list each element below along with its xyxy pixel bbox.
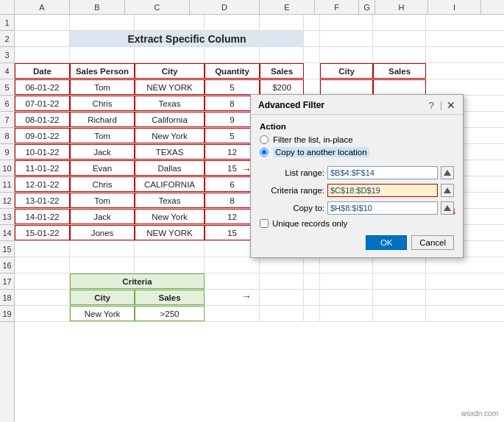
grid-row-16 (15, 257, 504, 273)
unique-records-row: Unique records only (260, 219, 454, 228)
cell-e16 (205, 257, 260, 273)
cell-d5: NEW YORK (135, 79, 205, 95)
row-header-15: 15 (0, 241, 14, 257)
cell-c3 (70, 47, 135, 62)
cell-d10: Dallas (135, 160, 205, 176)
ok-button[interactable]: OK (366, 235, 407, 250)
cell-h19 (320, 306, 373, 321)
radio-copy-location[interactable] (260, 148, 269, 157)
spreadsheet: A B C D E F G H I 1 2 3 4 5 6 7 8 9 10 1… (0, 0, 504, 422)
col-header-g: G (359, 0, 375, 14)
cancel-button[interactable]: Cancel (411, 235, 454, 250)
arrow-criteria-range: ↓ (452, 204, 457, 216)
cell-g18 (304, 290, 320, 305)
cell-b2 (15, 31, 70, 46)
cell-b5: 06-01-22 (15, 79, 70, 95)
list-range-collapse-button[interactable] (441, 166, 454, 179)
cell-f18 (260, 290, 304, 305)
col-header-e: E (260, 0, 315, 14)
criteria-header-city: City (70, 290, 135, 305)
col-header-d: D (190, 0, 260, 14)
dialog-body: Action Filter the list, in-place Copy to… (251, 115, 463, 257)
cell-g2 (304, 31, 320, 46)
dialog-help-button[interactable]: ? (426, 100, 437, 111)
cell-b19 (15, 306, 70, 321)
cell-f3 (260, 47, 304, 62)
cell-e1 (205, 15, 260, 30)
radio-filter-inplace-label: Filter the list, in-place (273, 135, 353, 144)
row-header-6: 6 (0, 96, 14, 112)
cell-c10: Evan (70, 160, 135, 176)
criteria-range-row: Criteria range: (260, 184, 454, 197)
cell-b9: 10-01-22 (15, 144, 70, 160)
cell-b14: 15-01-22 (15, 225, 70, 240)
cell-g1 (304, 15, 320, 30)
cell-b1 (15, 15, 70, 30)
row-header-1: 1 (0, 15, 14, 31)
col-headers: A B C D E F G H I (0, 0, 504, 15)
cell-b15 (15, 241, 70, 257)
cell-g17 (304, 273, 320, 289)
cell-b6: 07-01-22 (15, 96, 70, 111)
grid-row-5: 06-01-22 Tom NEW YORK 5 $200 (15, 79, 504, 96)
criteria-header-sales: Sales (135, 290, 205, 305)
cell-d6: Texas (135, 96, 205, 111)
criteria-range-input[interactable] (327, 184, 438, 197)
unique-records-checkbox[interactable] (260, 219, 269, 228)
list-range-label: List range: (260, 168, 324, 177)
cell-h16 (320, 257, 373, 273)
cell-f5: $200 (260, 79, 304, 95)
svg-marker-1 (444, 187, 451, 193)
cell-c8: Tom (70, 128, 135, 143)
cell-f17 (260, 273, 304, 289)
row-header-16: 16 (0, 257, 14, 273)
cell-i16 (373, 257, 426, 273)
cell-i5 (373, 79, 426, 95)
cell-d13: New York (135, 209, 205, 224)
cell-b10: 11-01-22 (15, 160, 70, 176)
unique-records-label: Unique records only (272, 219, 347, 228)
radio-copy-location-label: Copy to another location (273, 147, 369, 157)
grid-row-4: Date Sales Person City Quantity Sales Ci… (15, 63, 504, 79)
cell-c14: Jones (70, 225, 135, 240)
row-header-12: 12 (0, 193, 14, 209)
cell-f1 (260, 15, 304, 30)
dialog-close-button[interactable]: ✕ (445, 99, 457, 111)
cell-e17 (205, 273, 260, 289)
row-header-11: 11 (0, 176, 14, 193)
cell-b3 (15, 47, 70, 62)
row-headers: 1 2 3 4 5 6 7 8 9 10 11 12 13 14 15 16 1… (0, 15, 15, 422)
row-header-2: 2 (0, 31, 14, 47)
cell-d1 (135, 15, 205, 30)
cell-h3 (320, 47, 373, 62)
header-sales: Sales (260, 63, 304, 79)
radio-filter-inplace[interactable] (260, 135, 269, 144)
col-header-i: I (428, 0, 481, 14)
grid-row-2: Extract Specific Column (15, 31, 504, 47)
cell-f19 (260, 306, 304, 321)
grid-row-18: City Sales (15, 290, 504, 306)
cell-i3 (373, 47, 426, 62)
cell-b8: 09-01-22 (15, 128, 70, 143)
copy-to-label: Copy to: (260, 204, 324, 212)
cell-d11: CALIFORNIA (135, 176, 205, 192)
col-header-b: B (70, 0, 125, 14)
cell-d3 (135, 47, 205, 62)
cell-e3 (205, 47, 260, 62)
cell-d16 (135, 257, 205, 273)
advanced-filter-dialog: Advanced Filter ? | ✕ Action Filter the … (250, 94, 464, 258)
header-salesperson: Sales Person (70, 63, 135, 79)
criteria-data-city: New York (70, 306, 135, 321)
row-header-14: 14 (0, 225, 14, 241)
cell-c12: Tom (70, 193, 135, 208)
grid-row-17: Criteria (15, 273, 504, 290)
copy-to-input[interactable] (327, 201, 438, 215)
criteria-range-collapse-button[interactable] (441, 184, 454, 197)
cell-g3 (304, 47, 320, 62)
grid-row-19: New York >250 (15, 306, 504, 322)
list-range-input[interactable] (327, 166, 438, 179)
dialog-controls: ? | ✕ (426, 99, 457, 111)
cell-i19 (373, 306, 426, 321)
dialog-buttons: OK Cancel (260, 235, 454, 250)
action-label: Action (260, 122, 454, 131)
